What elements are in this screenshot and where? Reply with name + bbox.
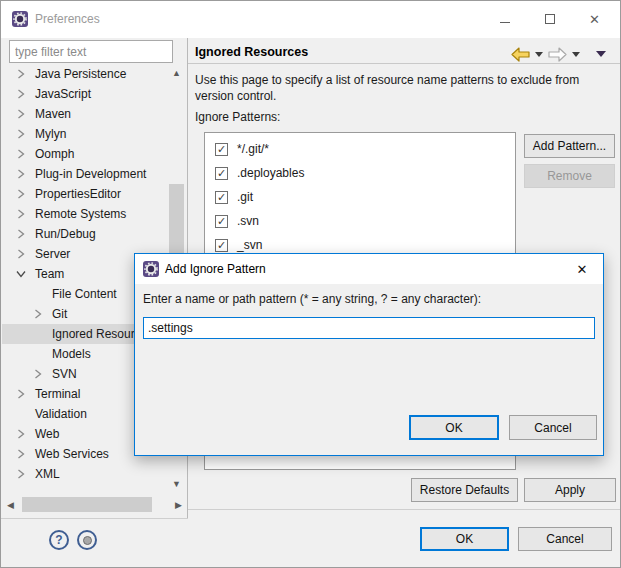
page-title: Ignored Resources <box>195 45 308 59</box>
sidebar-item-plug-in-development[interactable]: Plug-in Development <box>2 164 168 184</box>
add-ignore-pattern-dialog: Add Ignore Pattern ✕ Enter a name or pat… <box>134 253 604 456</box>
pattern-label: .svn <box>237 214 259 228</box>
sidebar-item-javascript[interactable]: JavaScript <box>2 84 168 104</box>
chevron-right-icon[interactable] <box>14 227 28 241</box>
pattern-label: */.git/* <box>237 142 269 156</box>
sidebar-item-label: Remote Systems <box>35 207 126 221</box>
sidebar-item-label: Web Services <box>35 447 109 461</box>
chevron-right-icon[interactable] <box>31 307 45 321</box>
preference-recorder-icon[interactable] <box>77 530 97 550</box>
pattern-label: .git <box>237 190 253 204</box>
chevron-right-icon[interactable] <box>14 167 28 181</box>
sidebar-item-label: SVN <box>52 367 77 381</box>
sidebar-item-label: Web <box>35 427 59 441</box>
chevron-right-icon[interactable] <box>14 127 28 141</box>
pattern-row[interactable]: ✓.deployables <box>205 161 515 185</box>
preferences-window: Preferences ✕ Java PersistenceJavaScript… <box>0 0 621 568</box>
pattern-prompt-label: Enter a name or path pattern (* = any st… <box>143 292 481 306</box>
chevron-spacer <box>31 287 45 301</box>
sidebar-item-label: File Content <box>52 287 117 301</box>
chevron-right-icon[interactable] <box>14 107 28 121</box>
pattern-checkbox[interactable]: ✓ <box>215 191 228 204</box>
cancel-button[interactable]: Cancel <box>518 527 612 551</box>
chevron-right-icon[interactable] <box>14 247 28 261</box>
scrollbar-thumb[interactable] <box>22 497 152 512</box>
pattern-label: .deployables <box>237 166 304 180</box>
scroll-left-icon[interactable]: ◀ <box>2 496 19 513</box>
header-rule <box>188 63 621 64</box>
sidebar-item-label: Server <box>35 247 70 261</box>
sidebar-item-label: Team <box>35 267 64 281</box>
eclipse-icon <box>12 11 28 27</box>
page-navigation <box>511 45 616 63</box>
sidebar-item-label: Mylyn <box>35 127 66 141</box>
tree-horizontal-scrollbar[interactable]: ◀ ▶ <box>2 496 187 513</box>
sidebar-item-oomph[interactable]: Oomph <box>2 144 168 164</box>
dialog-ok-button[interactable]: OK <box>409 415 499 440</box>
pattern-row[interactable]: ✓.git <box>205 185 515 209</box>
pattern-checkbox[interactable]: ✓ <box>215 239 228 252</box>
remove-button[interactable]: Remove <box>524 164 615 188</box>
sidebar-item-label: Run/Debug <box>35 227 96 241</box>
back-arrow-icon[interactable] <box>511 47 530 62</box>
chevron-spacer <box>31 327 45 341</box>
chevron-right-icon[interactable] <box>14 67 28 81</box>
sidebar-item-label: Models <box>52 347 91 361</box>
sidebar-item-label: JavaScript <box>35 87 91 101</box>
sidebar-item-label: Java Persistence <box>35 67 126 81</box>
sidebar-item-mylyn[interactable]: Mylyn <box>2 124 168 144</box>
back-history-dropdown-icon[interactable] <box>535 52 543 57</box>
view-menu-icon[interactable] <box>596 51 606 57</box>
divider <box>1 518 188 519</box>
dialog-close-icon[interactable]: ✕ <box>561 254 603 284</box>
chevron-right-icon[interactable] <box>14 87 28 101</box>
scroll-right-icon[interactable]: ▶ <box>170 496 187 513</box>
apply-button[interactable]: Apply <box>524 478 616 502</box>
pattern-row[interactable]: ✓*/.git/* <box>205 137 515 161</box>
restore-defaults-button[interactable]: Restore Defaults <box>411 478 518 502</box>
pattern-checkbox[interactable]: ✓ <box>215 167 228 180</box>
minimize-icon[interactable] <box>482 1 527 37</box>
chevron-right-icon[interactable] <box>14 467 28 481</box>
scroll-up-icon[interactable]: ▲ <box>168 64 185 81</box>
chevron-down-icon[interactable] <box>14 267 28 281</box>
chevron-right-icon[interactable] <box>14 427 28 441</box>
scroll-down-icon[interactable]: ▼ <box>168 475 185 492</box>
sidebar-item-xml[interactable]: XML <box>2 464 168 484</box>
pattern-input[interactable] <box>143 317 595 339</box>
filter-input[interactable] <box>9 40 173 63</box>
dialog-cancel-button[interactable]: Cancel <box>509 415 597 440</box>
page-description: Use this page to specify a list of resou… <box>195 72 617 104</box>
sidebar-item-java-persistence[interactable]: Java Persistence <box>2 64 168 84</box>
chevron-right-icon[interactable] <box>31 367 45 381</box>
sidebar-item-label: XML <box>35 467 60 481</box>
sidebar-item-label: Terminal <box>35 387 80 401</box>
eclipse-icon <box>143 261 159 277</box>
close-icon[interactable]: ✕ <box>572 1 617 37</box>
forward-arrow-icon[interactable] <box>548 47 567 62</box>
sidebar-item-maven[interactable]: Maven <box>2 104 168 124</box>
chevron-right-icon[interactable] <box>14 207 28 221</box>
pattern-checkbox[interactable]: ✓ <box>215 215 228 228</box>
sidebar-item-label: Validation <box>35 407 87 421</box>
chevron-right-icon[interactable] <box>14 187 28 201</box>
chevron-right-icon[interactable] <box>14 447 28 461</box>
chevron-spacer <box>14 407 28 421</box>
chevron-right-icon[interactable] <box>14 147 28 161</box>
pattern-checkbox[interactable]: ✓ <box>215 143 228 156</box>
ok-button[interactable]: OK <box>420 527 509 551</box>
sidebar-item-propertieseditor[interactable]: PropertiesEditor <box>2 184 168 204</box>
sidebar-item-label: Maven <box>35 107 71 121</box>
chevron-right-icon[interactable] <box>14 387 28 401</box>
pattern-row[interactable]: ✓.svn <box>205 209 515 233</box>
sidebar-item-remote-systems[interactable]: Remote Systems <box>2 204 168 224</box>
add-pattern-button[interactable]: Add Pattern... <box>524 134 615 158</box>
dialog-title: Add Ignore Pattern <box>165 262 266 276</box>
sidebar-item-run-debug[interactable]: Run/Debug <box>2 224 168 244</box>
forward-history-dropdown-icon[interactable] <box>572 52 580 57</box>
help-icon[interactable]: ? <box>49 530 69 550</box>
maximize-icon[interactable] <box>527 1 572 37</box>
sidebar-item-label: PropertiesEditor <box>35 187 121 201</box>
divider <box>188 509 621 510</box>
chevron-spacer <box>31 347 45 361</box>
